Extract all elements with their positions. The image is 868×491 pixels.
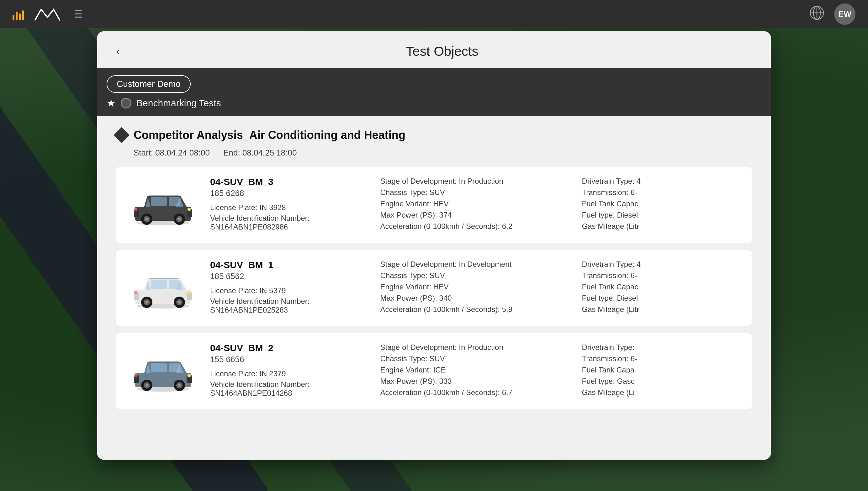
vehicle-id: 185 6268 — [210, 189, 368, 198]
vehicle-name: 04-SUV_BM_3 — [210, 176, 368, 187]
svg-point-17 — [178, 218, 181, 221]
spec-fuel-tank: Fuel Tank Capac — [582, 199, 740, 208]
svg-rect-22 — [169, 280, 180, 289]
vehicle-info: 04-SUV_BM_3 185 6268 License Plate: IN 3… — [210, 176, 368, 233]
vehicle-specs2: Drivetrain Type: 4 Transmission: 6- Fuel… — [582, 260, 740, 316]
svg-rect-37 — [169, 364, 180, 372]
vehicle-vin: Vehicle Identification Number: SN164ABN1… — [210, 297, 368, 315]
spec-stage: Stage of Development: In Production — [380, 177, 570, 185]
svg-point-32 — [178, 301, 181, 304]
svg-rect-26 — [134, 291, 137, 294]
spec-transmission: Transmission: 6- — [582, 271, 740, 280]
svg-rect-7 — [169, 197, 180, 206]
spec-power: Max Power (PS): 340 — [380, 294, 570, 302]
section-header: Competitor Analysis_Air Conditioning and… — [116, 128, 752, 142]
spec-chassis: Chassis Type: SUV — [380, 188, 570, 197]
vehicle-image — [128, 183, 198, 227]
vehicle-info: 04-SUV_BM_1 185 6562 License Plate: IN 5… — [210, 260, 368, 316]
spec-fuel-type: Fuel type: Gasc — [582, 377, 740, 386]
vehicle-name: 04-SUV_BM_1 — [210, 260, 368, 270]
svg-rect-48 — [149, 361, 179, 363]
modal-container: ‹ Test Objects Customer Demo ★ Benchmark… — [97, 31, 771, 460]
modal-title: Test Objects — [132, 44, 752, 59]
vehicle-image — [128, 266, 198, 310]
svg-rect-10 — [187, 208, 191, 211]
topbar-left: ☰ — [12, 6, 83, 22]
back-button[interactable]: ‹ — [116, 45, 120, 58]
section-title: Competitor Analysis_Air Conditioning and… — [134, 128, 405, 142]
vehicle-card[interactable]: 04-SUV_BM_2 155 6656 License Plate: IN 2… — [116, 333, 752, 409]
spec-fuel-type: Fuel type: Diesel — [582, 211, 740, 220]
spec-accel: Acceleration (0-100kmh / Seconds): 6,7 — [380, 388, 570, 397]
vehicle-specs: Stage of Development: In Development Cha… — [380, 260, 570, 316]
avatar[interactable]: EW — [834, 3, 856, 25]
svg-rect-25 — [187, 291, 191, 294]
vehicle-id: 185 6562 — [210, 271, 368, 281]
wave-bar-1 — [12, 15, 15, 20]
svg-rect-40 — [187, 374, 191, 377]
section-dates: Start: 08.04.24 08:00 End: 08.04.25 18:0… — [134, 148, 752, 158]
diamond-icon — [114, 127, 130, 143]
spec-accel: Acceleration (0-100kmh / Seconds): 6,2 — [380, 222, 570, 231]
customer-demo-button[interactable]: Customer Demo — [107, 75, 191, 93]
topbar-right: EW — [809, 3, 856, 25]
spec-drivetrain: Drivetrain Type: 4 — [582, 177, 740, 185]
svg-rect-41 — [134, 374, 137, 377]
benchmarking-label: Benchmarking Tests — [137, 98, 221, 109]
modal-header: ‹ Test Objects — [97, 31, 771, 68]
vehicle-id: 155 6656 — [210, 355, 368, 364]
vehicle-license: License Plate: IN 3928 — [210, 203, 368, 212]
svg-point-29 — [145, 301, 148, 304]
spec-transmission: Transmission: 6- — [582, 354, 740, 363]
spec-chassis: Chassis Type: SUV — [380, 354, 570, 363]
spec-power: Max Power (PS): 333 — [380, 377, 570, 386]
vehicle-image — [128, 349, 198, 393]
svg-rect-6 — [151, 197, 167, 206]
spec-stage: Stage of Development: In Development — [380, 260, 570, 269]
vehicle-license: License Plate: IN 5379 — [210, 286, 368, 295]
vehicle-card[interactable]: 04-SUV_BM_1 185 6562 License Plate: IN 5… — [116, 250, 752, 326]
spec-drivetrain: Drivetrain Type: — [582, 343, 740, 352]
spec-engine: Engine Variant: ICE — [380, 366, 570, 374]
spec-fuel-tank: Fuel Tank Capac — [582, 283, 740, 291]
spec-power: Max Power (PS): 374 — [380, 211, 570, 220]
svg-rect-11 — [134, 208, 137, 211]
vehicle-specs2: Drivetrain Type: 4 Transmission: 6- Fuel… — [582, 177, 740, 233]
vehicle-vin: Vehicle Identification Number: SN164ABN1… — [210, 214, 368, 231]
spec-fuel-tank: Fuel Tank Capa — [582, 366, 740, 374]
vehicle-specs2: Drivetrain Type: Transmission: 6- Fuel T… — [582, 343, 740, 400]
svg-rect-18 — [149, 195, 179, 196]
spec-stage: Stage of Development: In Production — [380, 343, 570, 352]
hamburger-icon[interactable]: ☰ — [74, 9, 83, 19]
topbar: ☰ EW — [0, 0, 868, 28]
start-date: Start: 08.04.24 08:00 — [134, 148, 210, 157]
logo-m-icon — [33, 6, 65, 22]
wave-bar-4 — [22, 10, 24, 20]
spec-gas-mileage: Gas Mileage (Litr — [582, 222, 740, 231]
spec-engine: Engine Variant: HEV — [380, 283, 570, 291]
svg-point-44 — [145, 384, 148, 386]
vehicle-list: 04-SUV_BM_3 185 6268 License Plate: IN 3… — [116, 167, 752, 409]
spec-accel: Acceleration (0-100kmh / Seconds): 5,9 — [380, 305, 570, 314]
svg-rect-21 — [151, 280, 167, 289]
spec-fuel-type: Fuel type: Diesel — [582, 294, 740, 302]
modal-content[interactable]: Competitor Analysis_Air Conditioning and… — [97, 116, 771, 460]
svg-point-14 — [145, 218, 148, 221]
vehicle-name: 04-SUV_BM_2 — [210, 343, 368, 353]
spec-transmission: Transmission: 6- — [582, 188, 740, 197]
vehicle-specs: Stage of Development: In Production Chas… — [380, 177, 570, 233]
globe-icon[interactable] — [809, 5, 825, 23]
circle-dot — [121, 98, 132, 109]
svg-point-47 — [178, 384, 181, 386]
vehicle-vin: Vehicle Identification Number: SN1464ABN… — [210, 380, 368, 398]
end-date: End: 08.04.25 18:00 — [223, 148, 297, 157]
svg-rect-33 — [149, 278, 179, 279]
wave-bar-3 — [19, 13, 21, 20]
vehicle-card[interactable]: 04-SUV_BM_3 185 6268 License Plate: IN 3… — [116, 167, 752, 243]
vehicle-license: License Plate: IN 2379 — [210, 369, 368, 378]
vehicle-info: 04-SUV_BM_2 155 6656 License Plate: IN 2… — [210, 343, 368, 400]
nav-bar: Customer Demo ★ Benchmarking Tests — [97, 68, 771, 116]
star-icon: ★ — [107, 97, 116, 109]
svg-rect-36 — [151, 364, 167, 372]
spec-drivetrain: Drivetrain Type: 4 — [582, 260, 740, 269]
